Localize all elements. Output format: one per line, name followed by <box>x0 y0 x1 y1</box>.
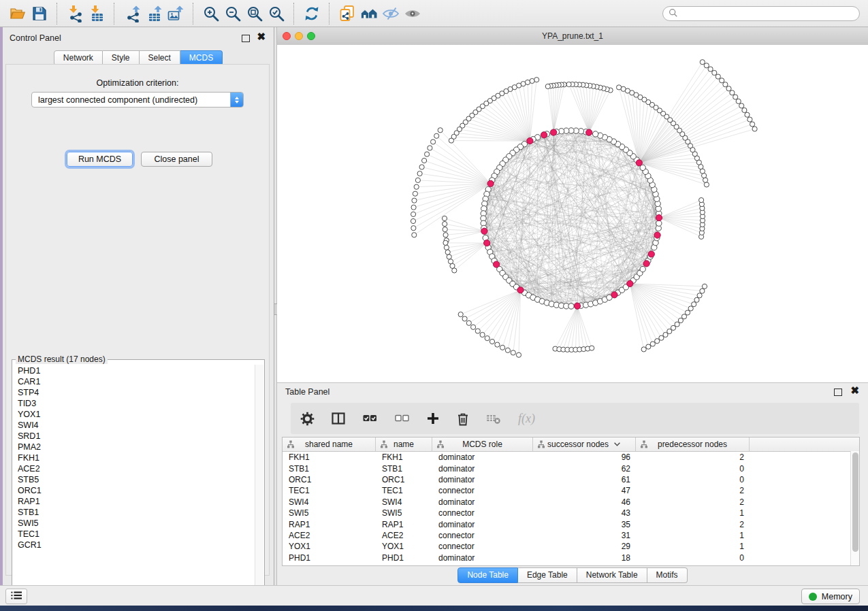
mcds-result-item[interactable]: ORC1 <box>18 485 255 496</box>
table-scrollbar-thumb[interactable] <box>852 452 858 552</box>
open-file-icon[interactable] <box>7 3 29 24</box>
float-panel-icon[interactable] <box>242 35 250 42</box>
panel-menu-button[interactable] <box>5 589 27 604</box>
table-row[interactable]: SWI4SWI4dominator462 <box>283 497 859 508</box>
add-column-icon[interactable] <box>426 410 440 427</box>
mcds-result-title: MCDS result (17 nodes) <box>16 354 108 364</box>
select-all-rows-icon[interactable] <box>362 410 378 427</box>
mcds-result-item[interactable]: SWI4 <box>18 420 255 431</box>
table-row[interactable]: ACE2ACE2connector311 <box>283 530 859 541</box>
mcds-result-box: MCDS result (17 nodes) PHD1CAR1STP4TID3Y… <box>12 354 265 606</box>
table-cell: 2 <box>636 486 750 495</box>
mcds-list-scrollbar[interactable] <box>255 365 263 605</box>
search-input[interactable] <box>681 8 859 19</box>
column-header-mcds-role[interactable]: MCDS role <box>432 437 533 451</box>
export-network-icon[interactable] <box>121 3 143 24</box>
mcds-result-item[interactable]: GCR1 <box>18 540 255 550</box>
table-cell: RAP1 <box>283 520 376 529</box>
table-cell: 0 <box>636 464 750 474</box>
column-header-predecessor-nodes[interactable]: predecessor nodes <box>636 437 750 451</box>
table-row[interactable]: FKH1FKH1dominator962 <box>283 452 859 463</box>
export-image-icon[interactable] <box>165 3 187 24</box>
zoom-selected-icon[interactable] <box>266 3 287 24</box>
table-cell: 46 <box>533 497 636 507</box>
table-cell: FKH1 <box>283 452 376 462</box>
network-graph[interactable] <box>277 45 868 382</box>
column-type-icon <box>640 440 648 450</box>
first-neighbors-icon[interactable] <box>358 3 380 24</box>
table-tab-node-table[interactable]: Node Table <box>457 567 518 583</box>
mcds-result-item[interactable]: CAR1 <box>18 376 255 387</box>
zoom-in-icon[interactable] <box>200 3 222 24</box>
network-view-window: YPA_prune.txt_1 <box>277 27 868 382</box>
export-table-icon[interactable] <box>143 3 165 24</box>
table-row[interactable]: ORC1ORC1dominator610 <box>283 474 859 485</box>
table-tab-edge-table[interactable]: Edge Table <box>518 567 577 583</box>
table-cell: 2 <box>636 497 750 507</box>
memory-button[interactable]: Memory <box>801 589 860 604</box>
delete-column-icon[interactable] <box>456 410 470 427</box>
toolbar-separator <box>193 3 194 24</box>
deselect-all-rows-icon[interactable] <box>394 410 410 427</box>
table-cell: dominator <box>432 497 533 507</box>
toolbar-separator <box>329 3 330 24</box>
mcds-result-item[interactable]: RAP1 <box>18 496 255 507</box>
column-header-name[interactable]: name <box>376 437 432 451</box>
mcds-result-item[interactable]: ACE2 <box>18 463 255 474</box>
duplicate-network-icon[interactable] <box>336 3 358 24</box>
table-cell: 2 <box>636 520 750 529</box>
table-row[interactable]: YOX1YOX1connector291 <box>283 541 859 552</box>
mcds-result-item[interactable]: TID3 <box>18 398 255 409</box>
refresh-view-icon[interactable] <box>301 3 323 24</box>
zoom-out-icon[interactable] <box>222 3 244 24</box>
mcds-result-item[interactable]: SWI5 <box>18 518 255 529</box>
table-row[interactable]: SWI5SWI5connector431 <box>283 508 859 518</box>
table-cell: dominator <box>432 475 533 484</box>
table-row[interactable]: STB1STB1dominator620 <box>283 463 859 474</box>
float-table-panel-icon[interactable] <box>834 389 842 396</box>
hide-selected-icon[interactable] <box>380 3 402 24</box>
close-panel-icon[interactable]: ✖ <box>257 31 266 42</box>
toolbar-separator <box>293 3 295 24</box>
column-header-successor-nodes[interactable]: successor nodes <box>533 437 636 451</box>
table-scrollbar[interactable] <box>850 451 859 565</box>
table-row[interactable]: TEC1TEC1connector472 <box>283 485 859 496</box>
column-header-label: MCDS role <box>462 440 502 449</box>
control-panel-title: Control Panel <box>10 33 61 43</box>
table-row[interactable]: RAP1RAP1dominator352 <box>283 518 859 529</box>
mcds-result-item[interactable]: TEC1 <box>18 529 255 540</box>
svg-text:f(x): f(x) <box>518 412 535 426</box>
table-cell: STB1 <box>376 464 432 474</box>
zoom-fit-icon[interactable] <box>244 3 266 24</box>
mcds-result-item[interactable]: PMA2 <box>18 442 255 452</box>
optimization-criterion-select[interactable]: largest connected component (undirected) <box>31 92 244 108</box>
column-header-shared-name[interactable]: shared name <box>283 437 376 451</box>
run-mcds-button[interactable]: Run MCDS <box>67 152 133 167</box>
show-all-icon[interactable] <box>402 3 423 24</box>
table-cell: 61 <box>533 475 636 484</box>
import-network-icon[interactable] <box>64 3 86 24</box>
network-window-titlebar[interactable]: YPA_prune.txt_1 <box>277 27 868 46</box>
table-settings-icon[interactable] <box>300 410 315 427</box>
table-cell: SWI4 <box>376 497 432 507</box>
close-table-panel-icon[interactable]: ✖ <box>850 385 859 395</box>
table-row[interactable]: PHD1PHD1dominator180 <box>283 552 859 563</box>
mcds-result-item[interactable]: SRD1 <box>18 431 255 442</box>
search-icon <box>669 8 678 20</box>
toolbar-separator <box>114 3 115 24</box>
table-panel-tabs: Node TableEdge TableNetwork TableMotifs <box>277 567 868 583</box>
close-panel-button[interactable]: Close panel <box>141 152 212 167</box>
table-tab-network-table[interactable]: Network Table <box>577 567 647 583</box>
import-table-icon[interactable] <box>86 3 108 24</box>
network-canvas[interactable] <box>277 45 868 382</box>
save-session-icon[interactable] <box>29 3 50 24</box>
mcds-result-item[interactable]: YOX1 <box>18 409 255 420</box>
split-view-icon[interactable] <box>331 410 346 427</box>
search-box[interactable] <box>662 6 860 21</box>
table-tab-motifs[interactable]: Motifs <box>647 567 688 583</box>
mcds-result-item[interactable]: STP4 <box>18 387 255 398</box>
mcds-result-item[interactable]: STB5 <box>18 474 255 485</box>
mcds-result-item[interactable]: STB1 <box>18 507 255 518</box>
mcds-result-item[interactable]: FKH1 <box>18 452 255 463</box>
mcds-result-item[interactable]: PHD1 <box>18 365 255 376</box>
